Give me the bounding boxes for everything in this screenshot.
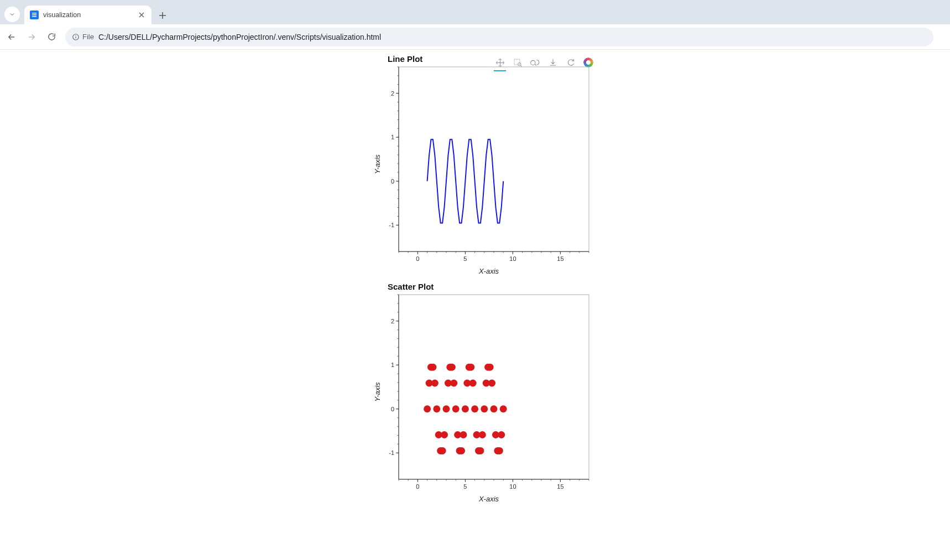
svg-text:2: 2 [391,318,394,325]
scatter-plot-xlabel: X-axis [387,495,591,503]
svg-point-129 [424,405,431,412]
svg-rect-1 [32,14,36,15]
address-bar: File C:/Users/DELL/PycharmProjects/pytho… [0,24,950,50]
browser-tab[interactable]: visualization [24,6,152,24]
page-viewport: Line Plot Y-axis -1012051015 X-axis Scat… [0,50,950,503]
line-plot-canvas[interactable]: -1012051015 [387,66,591,265]
omnibox[interactable]: File C:/Users/DELL/PycharmProjects/pytho… [65,28,933,46]
new-tab-button[interactable] [155,8,170,23]
svg-point-152 [467,364,474,371]
tab-search-button[interactable] [4,7,20,22]
file-chip-label: File [82,33,94,41]
svg-point-164 [490,405,498,412]
svg-point-142 [448,364,456,371]
svg-text:5: 5 [463,255,467,262]
line-plot-xlabel: X-axis [387,267,591,275]
scatter-plot-title: Scatter Plot [387,281,591,294]
plot-column: Line Plot Y-axis -1012051015 X-axis Scat… [359,53,591,503]
scatter-plot: Scatter Plot Y-axis -1012051015 X-axis [387,281,591,503]
svg-text:2: 2 [391,90,394,97]
svg-rect-70 [399,295,589,479]
svg-point-138 [441,431,448,438]
scatter-plot-ylabel: Y-axis [373,382,382,401]
svg-text:1: 1 [391,134,394,140]
svg-text:0: 0 [416,255,419,262]
line-plot-title: Line Plot [387,53,591,66]
svg-text:10: 10 [509,255,516,262]
svg-point-134 [433,405,440,412]
svg-text:-1: -1 [389,222,394,228]
svg-text:15: 15 [557,255,563,262]
svg-point-169 [500,405,507,412]
svg-text:0: 0 [416,483,419,490]
arrow-left-icon [7,32,17,42]
svg-point-132 [429,364,436,371]
reload-icon [47,32,56,41]
svg-point-159 [481,405,488,412]
svg-point-157 [477,447,484,454]
back-button[interactable] [6,31,18,43]
line-plot-ylabel: Y-axis [373,154,382,174]
svg-rect-11 [399,67,589,252]
info-icon [72,33,80,41]
plus-icon [159,12,166,19]
svg-text:0: 0 [391,178,394,185]
svg-point-153 [469,380,477,387]
svg-point-144 [452,405,460,412]
close-icon [139,12,144,18]
svg-point-163 [488,380,495,387]
svg-text:10: 10 [509,483,516,490]
line-plot: Line Plot Y-axis -1012051015 X-axis [387,53,591,275]
tab-favicon-icon [30,11,39,19]
tab-title: visualization [43,11,133,19]
forward-button[interactable] [25,31,38,43]
svg-point-143 [450,380,457,387]
svg-point-154 [471,405,478,412]
svg-text:0: 0 [391,406,394,412]
svg-point-149 [462,405,469,412]
svg-text:15: 15 [557,483,563,490]
tab-strip: visualization [0,0,950,24]
svg-text:-1: -1 [389,449,394,456]
arrow-right-icon [27,32,36,42]
svg-rect-0 [32,13,36,14]
chevron-down-icon [9,11,15,18]
svg-point-133 [431,380,439,387]
svg-text:1: 1 [391,362,394,368]
svg-point-137 [439,447,446,454]
reload-button[interactable] [45,31,58,43]
svg-text:5: 5 [463,483,467,490]
svg-point-147 [458,447,465,454]
svg-point-139 [443,405,450,412]
svg-point-148 [460,431,467,438]
scatter-plot-canvas[interactable]: -1012051015 [387,294,591,493]
tab-close-button[interactable] [137,11,146,19]
svg-point-168 [498,431,505,438]
svg-point-167 [496,447,503,454]
browser-chrome: visualization File C:/Users/DELL/Pycharm… [0,0,950,50]
svg-point-162 [487,364,494,371]
svg-point-158 [479,431,486,438]
file-chip: File [72,33,94,41]
svg-rect-2 [32,16,36,17]
url-text: C:/Users/DELL/PycharmProjects/pythonProj… [98,33,381,41]
